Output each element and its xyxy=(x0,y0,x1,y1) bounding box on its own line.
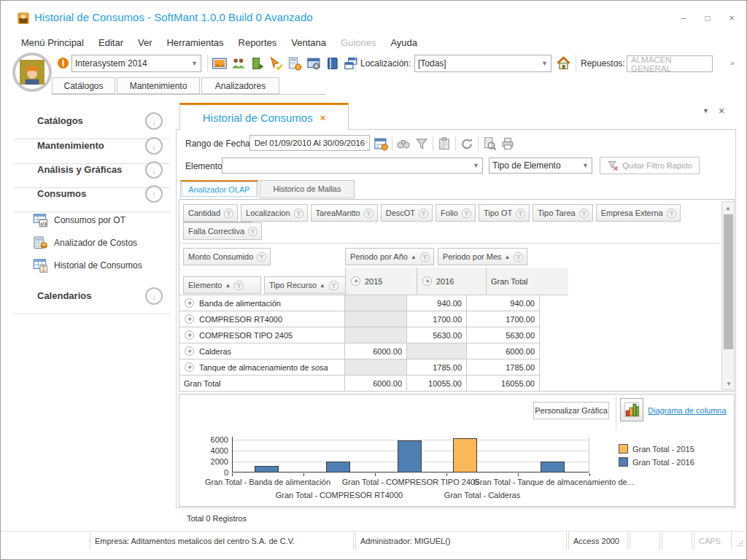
expand-arrow-icon[interactable]: ↓ xyxy=(145,112,163,130)
pivot-field-periodo-por-a-o[interactable]: Periodo por Año▲ xyxy=(345,248,434,265)
elemento-combobox[interactable]: ▼ xyxy=(222,158,483,174)
archive-export-icon[interactable] xyxy=(250,56,265,71)
ribbon-tab-analizadores[interactable]: Analizadores xyxy=(201,77,279,94)
notebook-icon[interactable] xyxy=(325,56,340,71)
print-icon[interactable] xyxy=(500,136,515,151)
filter-icon[interactable] xyxy=(328,280,339,291)
tab-list-dropdown-icon[interactable]: ▼ xyxy=(703,107,709,114)
tab-historial-de-consumos[interactable]: Historial de Consumos × xyxy=(179,103,349,130)
print-preview-icon[interactable] xyxy=(482,136,497,151)
pivot-field-tareamantto[interactable]: TareaMantto xyxy=(311,204,378,222)
localizacion-combobox[interactable]: [Todas]▼ xyxy=(414,55,551,72)
filter-icon[interactable] xyxy=(666,208,677,219)
users-icon[interactable] xyxy=(231,56,246,71)
expand-arrow-icon[interactable]: ↓ xyxy=(145,161,163,179)
scroll-up-icon[interactable]: ▲ xyxy=(722,202,734,211)
pivot-field-folio[interactable]: Folio xyxy=(436,204,476,222)
menu-item-reportes[interactable]: Reportes xyxy=(231,34,285,51)
clipboard-icon[interactable] xyxy=(437,136,452,151)
filter-icon[interactable] xyxy=(233,280,244,291)
filter-icon[interactable] xyxy=(461,208,472,219)
sort-asc-icon[interactable]: ▲ xyxy=(505,254,511,260)
pivot-column-header-2015[interactable]: 2015 xyxy=(345,268,417,295)
pivot-field-empresa-externa[interactable]: Empresa Externa xyxy=(596,204,681,222)
sidebar-section-an-lisis-y-gr-ficas[interactable]: Análisis y Gráficas↓ xyxy=(1,160,175,181)
cascade-windows-icon[interactable] xyxy=(344,56,358,71)
filter-icon[interactable] xyxy=(418,208,429,219)
maximize-button[interactable]: □ xyxy=(697,11,718,26)
pivot-column-header-2016[interactable]: 2016 xyxy=(417,268,486,295)
menu-item-ver[interactable]: Ver xyxy=(131,34,160,51)
menu-item-ventana[interactable]: Ventana xyxy=(284,34,333,51)
filter-icon[interactable] xyxy=(419,252,430,262)
sidebar-item-analizador-de-costos[interactable]: Analizador de Costos xyxy=(33,233,171,252)
filter-icon[interactable] xyxy=(363,208,374,219)
sidebar-section-mantenimiento[interactable]: Mantenimiento↓ xyxy=(1,136,175,157)
tab-close-icon[interactable]: × xyxy=(320,112,326,123)
quitar-filtro-button[interactable]: Quitar Filtro Rapido xyxy=(600,157,700,174)
menu-item-ayuda[interactable]: Ayuda xyxy=(383,34,425,51)
menu-item-editar[interactable]: Editar xyxy=(91,34,131,51)
expand-icon[interactable] xyxy=(350,276,361,287)
minimize-button[interactable]: – xyxy=(673,11,694,26)
scrollbar-thumb[interactable] xyxy=(724,214,733,349)
image-icon[interactable] xyxy=(212,56,227,71)
sidebar-section-consumos[interactable]: Consumos↑ xyxy=(1,184,175,205)
pivot-field-elemento[interactable]: Elemento▲ xyxy=(183,276,261,294)
expand-icon[interactable] xyxy=(184,362,195,373)
pivot-field-tipo-recurso[interactable]: Tipo Recurso▲ xyxy=(264,276,355,294)
expand-icon[interactable] xyxy=(184,330,195,341)
filter-icon[interactable] xyxy=(578,208,589,219)
vertical-scrollbar[interactable]: ▲ ▼ xyxy=(721,201,735,390)
tab-historico-de-mallas[interactable]: Historico de Mallas xyxy=(260,180,355,198)
pivot-field-tipo-ot[interactable]: Tipo OT xyxy=(479,204,530,222)
resize-grip-icon[interactable] xyxy=(736,538,745,547)
expand-icon[interactable] xyxy=(184,298,195,308)
table-row[interactable]: Calderas6000.006000.00 xyxy=(179,343,540,359)
edit-check-icon[interactable] xyxy=(268,56,283,71)
personalizar-grafica-button[interactable]: Personalizar Gráfica xyxy=(533,402,609,419)
filter-icon[interactable] xyxy=(247,226,258,237)
pivot-column-header-gran-total[interactable]: Gran Total xyxy=(486,268,568,295)
collapse-arrow-icon[interactable]: ↑ xyxy=(145,185,163,203)
calendar-icon[interactable] xyxy=(374,136,388,151)
filter-icon[interactable] xyxy=(414,136,429,151)
avatar[interactable] xyxy=(12,52,52,92)
expand-arrow-icon[interactable]: ↓ xyxy=(145,287,163,305)
pivot-field-cantidad[interactable]: Cantidad xyxy=(183,204,238,222)
expand-icon[interactable] xyxy=(184,314,195,324)
chart-type-button[interactable] xyxy=(620,398,643,421)
menu-item-herramientas[interactable]: Herramientas xyxy=(159,34,231,51)
toolbar-overflow-chevron[interactable]: » xyxy=(730,58,735,67)
table-row[interactable]: Tanque de almacenamiento de sosa1785.001… xyxy=(179,359,540,376)
ribbon-tab-catálogos[interactable]: Catálogos xyxy=(52,77,115,94)
tipo-elemento-combobox[interactable]: Tipo de Elemento▼ xyxy=(489,158,592,174)
tab-strip-close-icon[interactable]: × xyxy=(719,105,724,117)
rango-fecha-field[interactable]: Del 01/09/2010 Al 30/09/2016 xyxy=(249,135,370,151)
sort-asc-icon[interactable]: ▲ xyxy=(320,282,325,289)
session-combobox[interactable]: Interasystem 2014▼ xyxy=(71,55,201,72)
pivot-field-localizacion[interactable]: Localizacion xyxy=(241,204,308,222)
filter-icon[interactable] xyxy=(223,208,234,219)
window-settings-icon[interactable] xyxy=(306,56,321,71)
sort-asc-icon[interactable]: ▲ xyxy=(411,254,417,260)
refresh-icon[interactable] xyxy=(460,136,474,151)
expand-arrow-icon[interactable]: ↓ xyxy=(145,137,163,155)
pivot-field-periodo-por-mes[interactable]: Periodo por Mes▲ xyxy=(438,248,528,265)
filter-icon[interactable] xyxy=(515,208,526,219)
sort-asc-icon[interactable]: ▲ xyxy=(225,282,231,289)
search-binoculars-icon[interactable] xyxy=(396,136,411,151)
expand-icon[interactable] xyxy=(422,276,433,287)
table-row[interactable]: Banda de alimentación940.00940.00 xyxy=(179,295,540,311)
filter-icon[interactable] xyxy=(513,252,524,262)
home-icon[interactable] xyxy=(556,55,571,71)
diagrama-columna-link[interactable]: Diagrama de columna xyxy=(648,406,727,415)
filter-icon[interactable] xyxy=(293,208,304,219)
close-button[interactable]: × xyxy=(721,11,742,26)
sidebar-section-cat-logos[interactable]: Catálogos↓ xyxy=(1,112,175,132)
sidebar-section-calendarios[interactable]: Calendarios↓ xyxy=(1,287,175,307)
filter-icon[interactable] xyxy=(256,252,267,262)
calculator-coins-icon[interactable] xyxy=(287,56,302,71)
sidebar-item-consumos-por-ot[interactable]: Consumos por OT xyxy=(33,211,171,230)
tab-analizador-olap[interactable]: Analizador OLAP xyxy=(180,180,258,198)
